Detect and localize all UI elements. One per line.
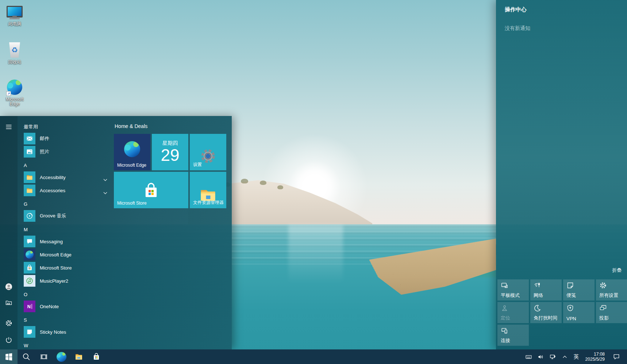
- app-list-item-messaging[interactable]: Messaging: [18, 235, 110, 248]
- quick-action-tablet-mode[interactable]: 平板模式: [497, 279, 529, 301]
- start-button[interactable]: [0, 349, 18, 364]
- app-item-label: Microsoft Edge: [40, 252, 72, 257]
- app-item-label: Microsoft Store: [40, 265, 72, 271]
- ime-language-indicator[interactable]: 英: [571, 353, 582, 360]
- app-section-header[interactable]: G: [18, 199, 110, 209]
- app-list-item-照片[interactable]: 照片: [18, 145, 110, 158]
- app-item-label: Accessories: [40, 188, 65, 193]
- start-menu: 最常用邮件照片AAccessibilityAccessoriesGGroove …: [0, 116, 232, 349]
- app-list-item-accessories[interactable]: Accessories: [18, 184, 110, 197]
- edge-icon: ↗: [3, 78, 26, 96]
- chevron-down-icon[interactable]: [103, 176, 107, 179]
- taskbar: 英 17:08 2025/5/29: [0, 349, 627, 364]
- collapse-link[interactable]: 折叠: [612, 267, 622, 274]
- start-tile-edge[interactable]: Microsoft Edge: [114, 134, 150, 170]
- app-section-header[interactable]: W: [18, 341, 110, 349]
- app-section-header[interactable]: O: [18, 290, 110, 300]
- start-tile-store[interactable]: Microsoft Store: [114, 172, 188, 208]
- desktop-icon-recycle-bin[interactable]: ♻回收站: [3, 41, 26, 65]
- clock[interactable]: 17:08 2025/5/29: [582, 352, 608, 362]
- desktop-icon-label: 此电脑: [3, 22, 26, 26]
- user-account-button[interactable]: [3, 281, 15, 293]
- app-list-item-musicplayer2[interactable]: MusicPlayer2: [18, 274, 110, 287]
- app-section-header[interactable]: S: [18, 315, 110, 325]
- edge-logo-icon: [57, 352, 66, 362]
- tile-label: Microsoft Edge: [117, 163, 146, 168]
- svg-text:N: N: [27, 304, 31, 309]
- app-item-label: OneNote: [40, 304, 59, 309]
- app-list-item-microsoft-store[interactable]: Microsoft Store: [18, 261, 110, 274]
- tray-overflow-button[interactable]: [559, 349, 571, 364]
- app-section-header[interactable]: 最常用: [18, 122, 110, 132]
- touch-keyboard-tray-icon[interactable]: [523, 349, 535, 364]
- start-tile-explorer[interactable]: 文件资源管理器: [190, 172, 226, 208]
- calendar-date-number: 29: [152, 146, 188, 164]
- app-item-label: MusicPlayer2: [40, 278, 68, 284]
- desktop-icon-label: Microsoft Edge: [3, 97, 26, 107]
- task-view-button[interactable]: [35, 349, 53, 364]
- settings-icon: [5, 320, 12, 327]
- onenote-icon: N: [24, 301, 35, 312]
- music-icon: [24, 275, 35, 287]
- power-button[interactable]: [3, 334, 15, 346]
- recycle-bin-icon: ♻: [3, 41, 26, 59]
- tile-label: 文件资源管理器: [193, 200, 224, 206]
- app-list-item-microsoft-edge[interactable]: Microsoft Edge: [18, 248, 110, 261]
- hamburger-button[interactable]: [3, 121, 15, 133]
- app-item-label: Messaging: [40, 239, 63, 244]
- quick-action-connect[interactable]: 连接: [497, 325, 529, 346]
- quick-action-label: 免打扰时间: [534, 315, 557, 321]
- tile-group-title: Home & Deals: [115, 123, 147, 129]
- app-section-header[interactable]: A: [18, 160, 110, 171]
- start-menu-app-list: 最常用邮件照片AAccessibilityAccessoriesGGroove …: [18, 116, 110, 349]
- edge-taskbar-button[interactable]: [53, 349, 70, 364]
- desktop-icon-edge[interactable]: ↗Microsoft Edge: [3, 78, 26, 107]
- app-item-label: 照片: [40, 148, 49, 155]
- edge-icon: [24, 249, 35, 260]
- quick-action-network[interactable]: 网络: [530, 279, 562, 301]
- start-tile-calendar[interactable]: 星期四29: [152, 134, 188, 170]
- app-list-item-onenote[interactable]: NOneNote: [18, 300, 110, 313]
- groove-icon: [24, 210, 35, 222]
- hamburger-icon: [5, 123, 12, 131]
- volume-tray-icon[interactable]: [535, 349, 547, 364]
- sticky-icon: [24, 326, 35, 338]
- documents-button[interactable]: [3, 297, 15, 309]
- app-section-header[interactable]: M: [18, 225, 110, 235]
- wallpaper-tree: [241, 179, 248, 183]
- quick-action-project[interactable]: 投影: [596, 302, 627, 323]
- desktop-icon-this-pc[interactable]: 此电脑: [3, 3, 26, 26]
- quick-action-label: 所有设置: [599, 292, 618, 299]
- quick-action-quiet-hours[interactable]: 免打扰时间: [530, 302, 562, 323]
- action-center-title: 操作中心: [505, 6, 527, 13]
- no-notifications-text: 没有新通知: [505, 25, 530, 32]
- quick-action-label: VPN: [566, 316, 576, 321]
- quick-action-note[interactable]: 便笺: [563, 279, 595, 301]
- start-tile-settings[interactable]: 设置: [190, 134, 226, 170]
- quick-action-location: 定位: [497, 302, 529, 323]
- action-center-button[interactable]: [608, 349, 625, 364]
- quick-action-vpn[interactable]: VPN: [563, 302, 595, 323]
- search-button[interactable]: [18, 349, 35, 364]
- start-menu-tile-area: Home & Deals Microsoft Edge星期四29设置Micros…: [114, 116, 228, 349]
- clock-time: 17:08: [585, 352, 605, 357]
- folder-icon: [24, 171, 35, 183]
- store-taskbar-button[interactable]: [88, 349, 105, 364]
- quick-action-label: 定位: [501, 315, 510, 321]
- tray-network-icon: [549, 353, 556, 360]
- app-list-item-sticky-notes[interactable]: Sticky Notes: [18, 325, 110, 338]
- app-list-item-邮件[interactable]: 邮件: [18, 132, 110, 145]
- network-tray-icon[interactable]: [547, 349, 559, 364]
- app-list-item-accessibility[interactable]: Accessibility: [18, 171, 110, 184]
- store-icon: [92, 352, 101, 361]
- settings-button[interactable]: [3, 317, 15, 329]
- app-list-item-groove-音乐[interactable]: Groove 音乐: [18, 209, 110, 222]
- search-icon: [22, 352, 31, 361]
- file-explorer-taskbar-button[interactable]: [70, 349, 88, 364]
- taskbar-empty-area: [105, 349, 523, 364]
- user-icon: [5, 283, 12, 290]
- app-item-label: Sticky Notes: [40, 329, 66, 335]
- chevron-down-icon[interactable]: [103, 189, 107, 192]
- quick-action-all-settings[interactable]: 所有设置: [596, 279, 627, 301]
- quick-action-label: 投影: [599, 315, 609, 321]
